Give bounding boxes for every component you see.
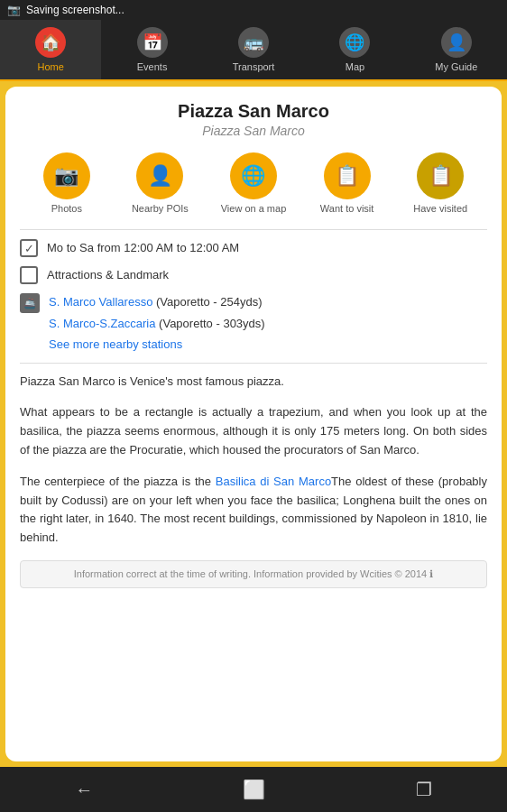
myguide-icon: 👤 (441, 27, 472, 58)
nav-item-myguide[interactable]: 👤 My Guide (406, 20, 507, 79)
want-to-visit-icon: 📋 (324, 152, 371, 199)
main-content: Piazza San Marco Piazza San Marco 📷 Phot… (0, 81, 507, 767)
back-button[interactable]: ← (53, 772, 115, 807)
station-1: S. Marco Vallaresso (Vaporetto - 254yds) (49, 293, 487, 311)
category-row: Attractions & Landmark (20, 266, 487, 284)
category-text: Attractions & Landmark (47, 266, 487, 284)
stations-list: S. Marco Vallaresso (Vaporetto - 254yds)… (49, 293, 487, 354)
nav-label-events: Events (137, 61, 168, 72)
nav-item-home[interactable]: 🏠 Home (0, 20, 101, 79)
recent-button[interactable]: ❐ (394, 771, 454, 807)
see-more-stations-link[interactable]: See more nearby stations (49, 336, 487, 354)
stations-row: 🚢 S. Marco Vallaresso (Vaporetto - 254yd… (20, 293, 487, 354)
place-title: Piazza San Marco (20, 101, 487, 122)
divider-1 (20, 229, 487, 230)
have-visited-icon: 📋 (417, 152, 464, 199)
nav-label-myguide: My Guide (435, 61, 477, 72)
photos-icon: 📷 (43, 152, 90, 199)
nav-label-home: Home (38, 61, 64, 72)
basilica-link[interactable]: Basilica di San Marco (216, 475, 331, 488)
nearby-pois-icon: 👤 (136, 152, 183, 199)
nav-item-map[interactable]: 🌐 Map (304, 20, 405, 79)
footer-note: Information correct at the time of writi… (20, 560, 487, 588)
station-icon: 🚢 (20, 293, 40, 313)
home-button[interactable]: ⬜ (221, 771, 287, 807)
description-para-1: Piazza San Marco is Venice's most famous… (20, 373, 487, 392)
station-2-detail: (Vaporetto - 303yds) (159, 317, 265, 330)
view-on-map-label: View on a map (221, 203, 287, 215)
transport-icon-nav: 🚌 (238, 27, 269, 58)
status-text: Saving screenshot... (26, 4, 124, 16)
divider-2 (20, 363, 487, 364)
action-photos[interactable]: 📷 Photos (31, 152, 103, 215)
bottom-bar: ← ⬜ ❐ (0, 767, 507, 812)
events-icon: 📅 (137, 27, 168, 58)
map-icon: 🌐 (339, 27, 370, 58)
station-2: S. Marco-S.Zaccaria (Vaporetto - 303yds) (49, 315, 487, 333)
nav-label-transport: Transport (233, 61, 275, 72)
hours-icon (20, 239, 38, 257)
description: Piazza San Marco is Venice's most famous… (20, 373, 487, 548)
hours-row: Mo to Sa from 12:00 AM to 12:00 AM (20, 239, 487, 257)
have-visited-label: Have visited (413, 203, 467, 215)
content-card: Piazza San Marco Piazza San Marco 📷 Phot… (5, 87, 502, 761)
home-icon: 🏠 (35, 27, 66, 58)
description-para-3: The centerpiece of the piazza is the Bas… (20, 473, 487, 548)
action-want-to-visit[interactable]: 📋 Want to visit (311, 152, 383, 215)
nav-item-events[interactable]: 📅 Events (101, 20, 202, 79)
actions-row: 📷 Photos 👤 Nearby POIs 🌐 View on a map 📋… (20, 152, 487, 215)
description-para-2: What appears to be a rectangle is actual… (20, 403, 487, 459)
view-on-map-icon: 🌐 (230, 152, 277, 199)
photos-label: Photos (51, 203, 82, 215)
top-nav: 🏠 Home 📅 Events 🚌 Transport 🌐 Map 👤 My G… (0, 20, 507, 81)
nav-item-transport[interactable]: 🚌 Transport (203, 20, 304, 79)
action-nearby-pois[interactable]: 👤 Nearby POIs (124, 152, 196, 215)
station-2-link[interactable]: S. Marco-S.Zaccaria (49, 317, 159, 330)
place-subtitle: Piazza San Marco (20, 124, 487, 138)
want-to-visit-label: Want to visit (320, 203, 374, 215)
category-icon (20, 266, 38, 284)
station-1-detail: (Vaporetto - 254yds) (156, 295, 263, 309)
station-1-link[interactable]: S. Marco Vallaresso (49, 295, 156, 309)
status-icon: 📷 (7, 4, 21, 16)
nearby-pois-label: Nearby POIs (132, 203, 189, 215)
action-have-visited[interactable]: 📋 Have visited (404, 152, 476, 215)
hours-text: Mo to Sa from 12:00 AM to 12:00 AM (47, 239, 487, 257)
action-view-on-map[interactable]: 🌐 View on a map (217, 152, 290, 215)
nav-label-map: Map (346, 61, 364, 72)
status-bar: 📷 Saving screenshot... (0, 0, 507, 20)
